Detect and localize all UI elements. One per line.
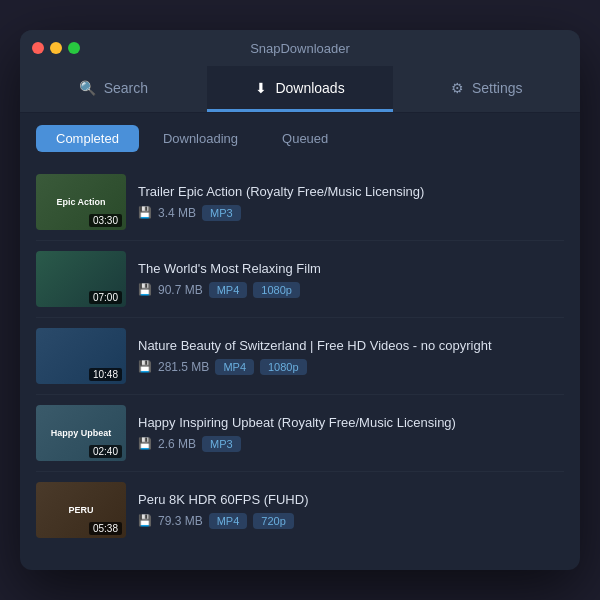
file-size: 2.6 MB — [158, 437, 196, 451]
item-title: Happy Inspiring Upbeat (Royalty Free/Mus… — [138, 415, 564, 430]
item-meta: 💾 79.3 MB MP4 720p — [138, 513, 564, 529]
item-meta: 💾 90.7 MB MP4 1080p — [138, 282, 564, 298]
item-title: Peru 8K HDR 60FPS (FUHD) — [138, 492, 564, 507]
item-info: Nature Beauty of Switzerland | Free HD V… — [138, 338, 564, 375]
item-info: Peru 8K HDR 60FPS (FUHD) 💾 79.3 MB MP4 7… — [138, 492, 564, 529]
download-list: Epic Action 03:30 Trailer Epic Action (R… — [20, 164, 580, 570]
maximize-button[interactable] — [68, 42, 80, 54]
format-badge: MP4 — [209, 282, 248, 298]
minimize-button[interactable] — [50, 42, 62, 54]
file-size: 3.4 MB — [158, 206, 196, 220]
nav-tabs: 🔍 Search ⬇ Downloads ⚙ Settings — [20, 66, 580, 113]
close-button[interactable] — [32, 42, 44, 54]
list-item[interactable]: PERU 05:38 Peru 8K HDR 60FPS (FUHD) 💾 79… — [36, 472, 564, 548]
item-info: Trailer Epic Action (Royalty Free/Music … — [138, 184, 564, 221]
quality-badge: 1080p — [260, 359, 307, 375]
download-icon: ⬇ — [255, 80, 267, 96]
subtab-downloading[interactable]: Downloading — [143, 125, 258, 152]
item-title: The World's Most Relaxing Film — [138, 261, 564, 276]
item-meta: 💾 2.6 MB MP3 — [138, 436, 564, 452]
traffic-lights — [32, 42, 80, 54]
format-badge: MP3 — [202, 436, 241, 452]
app-window: SnapDownloader 🔍 Search ⬇ Downloads ⚙ Se… — [20, 30, 580, 570]
file-icon: 💾 — [138, 514, 152, 527]
search-icon: 🔍 — [79, 80, 96, 96]
tab-downloads-label: Downloads — [275, 80, 344, 96]
quality-badge: 720p — [253, 513, 293, 529]
subtab-completed[interactable]: Completed — [36, 125, 139, 152]
item-meta: 💾 281.5 MB MP4 1080p — [138, 359, 564, 375]
list-item[interactable]: Epic Action 03:30 Trailer Epic Action (R… — [36, 164, 564, 241]
file-size: 79.3 MB — [158, 514, 203, 528]
thumbnail: 07:00 — [36, 251, 126, 307]
thumbnail: PERU 05:38 — [36, 482, 126, 538]
format-badge: MP3 — [202, 205, 241, 221]
gear-icon: ⚙ — [451, 80, 464, 96]
tab-settings-label: Settings — [472, 80, 523, 96]
sub-tabs: Completed Downloading Queued — [20, 113, 580, 164]
subtab-queued[interactable]: Queued — [262, 125, 348, 152]
list-item[interactable]: 07:00 The World's Most Relaxing Film 💾 9… — [36, 241, 564, 318]
tab-settings[interactable]: ⚙ Settings — [393, 66, 580, 112]
file-icon: 💾 — [138, 283, 152, 296]
item-info: The World's Most Relaxing Film 💾 90.7 MB… — [138, 261, 564, 298]
item-title: Trailer Epic Action (Royalty Free/Music … — [138, 184, 564, 199]
item-info: Happy Inspiring Upbeat (Royalty Free/Mus… — [138, 415, 564, 452]
item-meta: 💾 3.4 MB MP3 — [138, 205, 564, 221]
format-badge: MP4 — [215, 359, 254, 375]
list-item[interactable]: Happy Upbeat 02:40 Happy Inspiring Upbea… — [36, 395, 564, 472]
file-size: 90.7 MB — [158, 283, 203, 297]
duration-badge: 03:30 — [89, 214, 122, 227]
tab-search-label: Search — [104, 80, 148, 96]
file-icon: 💾 — [138, 437, 152, 450]
tab-downloads[interactable]: ⬇ Downloads — [207, 66, 394, 112]
file-icon: 💾 — [138, 206, 152, 219]
duration-badge: 07:00 — [89, 291, 122, 304]
duration-badge: 02:40 — [89, 445, 122, 458]
format-badge: MP4 — [209, 513, 248, 529]
quality-badge: 1080p — [253, 282, 300, 298]
thumbnail: 10:48 — [36, 328, 126, 384]
item-title: Nature Beauty of Switzerland | Free HD V… — [138, 338, 564, 353]
file-icon: 💾 — [138, 360, 152, 373]
list-item[interactable]: 10:48 Nature Beauty of Switzerland | Fre… — [36, 318, 564, 395]
thumbnail: Epic Action 03:30 — [36, 174, 126, 230]
duration-badge: 10:48 — [89, 368, 122, 381]
file-size: 281.5 MB — [158, 360, 209, 374]
title-bar: SnapDownloader — [20, 30, 580, 66]
window-title: SnapDownloader — [250, 41, 350, 56]
duration-badge: 05:38 — [89, 522, 122, 535]
thumbnail: Happy Upbeat 02:40 — [36, 405, 126, 461]
tab-search[interactable]: 🔍 Search — [20, 66, 207, 112]
